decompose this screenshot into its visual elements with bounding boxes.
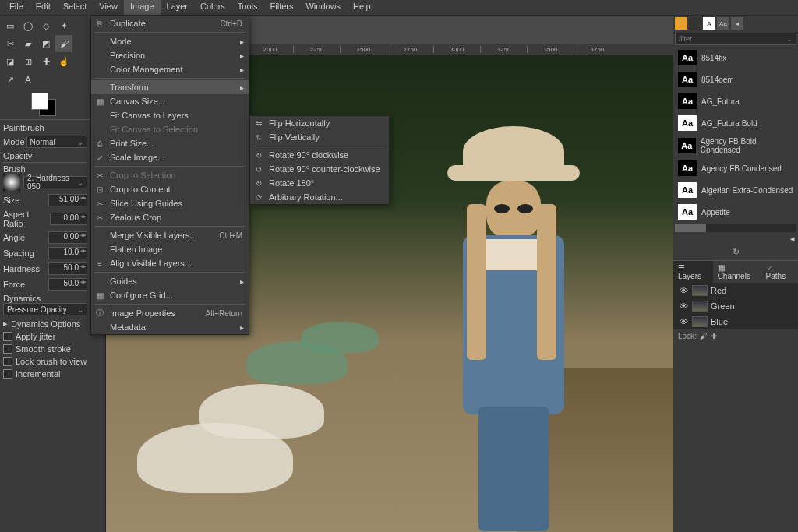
visibility-icon[interactable]: 👁 (678, 286, 689, 295)
menu-item-transform[interactable]: Transform (91, 80, 249, 94)
submenu-item-flip-vertically[interactable]: ⇅Flip Vertically (250, 130, 389, 144)
font-scrollbar[interactable] (675, 224, 796, 232)
menu-item-zealous-crop[interactable]: ✂Zealous Crop (91, 210, 249, 224)
refresh-icon[interactable]: ↻ (733, 247, 740, 256)
lock-alpha-icon[interactable]: ✚ (711, 332, 717, 340)
font-filter-input[interactable]: filter⌄ (675, 33, 796, 45)
tab-layers[interactable]: ☰ Layers (673, 261, 713, 283)
menu-item-slice-using-guides[interactable]: ✂Slice Using Guides (91, 196, 249, 210)
menu-select[interactable]: Select (57, 0, 94, 15)
brush-combo[interactable]: 2. Hardness 050 (23, 176, 87, 188)
font-item-agency-fb-condensed[interactable]: AaAgency FB Condensed (673, 157, 798, 179)
font-tab-3[interactable]: A (703, 17, 715, 30)
jitter-checkbox[interactable] (3, 332, 12, 341)
dynamics-combo[interactable]: Pressure Opacity (3, 303, 87, 315)
menu-item-mode[interactable]: Mode (91, 34, 249, 48)
fuzzy-select-tool[interactable]: ✦ (55, 17, 72, 34)
gradient-tool[interactable]: ◩ (37, 35, 55, 52)
menu-image[interactable]: Image (124, 0, 161, 15)
menu-item-metadata[interactable]: Metadata (91, 320, 249, 334)
measure-tool[interactable]: ↗ (2, 71, 19, 88)
hardness-spinner[interactable]: 50.0 (48, 262, 87, 275)
rect-select-tool[interactable]: ▭ (2, 17, 19, 34)
layer-red[interactable]: 👁Red (673, 283, 798, 298)
smudge-tool[interactable]: ☝ (55, 53, 72, 70)
lock-row: Lock: 🖌 ✚ (673, 329, 798, 343)
submenu-item-rotate-90-clockwise[interactable]: ↻Rotate 90° clockwise (250, 148, 389, 162)
font-tab-4[interactable]: Aa (717, 17, 729, 30)
menu-item-precision[interactable]: Precision (91, 48, 249, 62)
clone-tool[interactable]: ⊞ (19, 53, 37, 70)
font-item-agency-fb-bold-condensed[interactable]: AaAgency FB Bold Condensed (673, 134, 798, 157)
font-tab-2[interactable] (689, 17, 701, 30)
scissors-tool[interactable]: ✂ (2, 35, 19, 52)
font-item-8514oem[interactable]: Aa8514oem (673, 69, 798, 90)
aspect-spinner[interactable]: 0.00 (50, 213, 87, 225)
paintbrush-tool[interactable]: 🖌 (55, 35, 72, 52)
menu-item-fit-canvas-to-selection: Fit Canvas to Selection (91, 122, 249, 136)
menu-edit[interactable]: Edit (30, 0, 57, 15)
menu-windows[interactable]: Windows (299, 0, 347, 15)
menu-item-flatten-image[interactable]: Flatten Image (91, 242, 249, 256)
menu-item-print-size-[interactable]: ⎙Print Size... (91, 136, 249, 150)
size-spinner[interactable]: 51.00 (48, 194, 87, 206)
layer-green[interactable]: 👁Green (673, 298, 798, 314)
menu-view[interactable]: View (93, 0, 124, 15)
menu-file[interactable]: File (3, 0, 30, 15)
menu-item-fit-canvas-to-layers[interactable]: Fit Canvas to Layers (91, 108, 249, 122)
menu-icon[interactable]: ◂ (790, 234, 795, 243)
font-item-8514fix[interactable]: Aa8514fix (673, 47, 798, 69)
lock-paint-icon[interactable]: 🖌 (700, 332, 708, 340)
submenu-item-rotate-180-[interactable]: ↻Rotate 180° (250, 176, 389, 190)
lock-brush-checkbox[interactable] (3, 357, 12, 366)
menu-item-canvas-size-[interactable]: ▦Canvas Size... (91, 94, 249, 108)
layer-blue[interactable]: 👁Blue (673, 314, 798, 329)
visibility-icon[interactable]: 👁 (678, 301, 689, 311)
font-list: Aa8514fixAa8514oemAaAG_FuturaAaAG_Futura… (673, 47, 798, 223)
menu-filters[interactable]: Filters (264, 0, 300, 15)
menu-item-crop-to-content[interactable]: ⊡Crop to Content (91, 182, 249, 196)
tool-options: Paintbrush Mode Normal Opacity Brush 2. … (0, 119, 90, 382)
bucket-tool[interactable]: ▰ (19, 35, 37, 52)
brush-label: Brush (3, 164, 87, 174)
eraser-tool[interactable]: ◪ (2, 53, 19, 70)
spacing-spinner[interactable]: 10.0 (48, 247, 87, 259)
menu-item-image-properties[interactable]: ⓘImage PropertiesAlt+Return (91, 306, 249, 320)
font-item-appetite[interactable]: AaAppetite (673, 201, 798, 223)
tab-channels[interactable]: ▦ Channels (713, 261, 761, 283)
font-item-ag-futura-bold[interactable]: AaAG_Futura Bold (673, 112, 798, 134)
menu-item-color-management[interactable]: Color Management (91, 62, 249, 76)
brush-thumb[interactable] (3, 174, 20, 191)
arrow-left-icon[interactable]: ◂ (731, 17, 743, 30)
mode-combo[interactable]: Normal (26, 136, 87, 148)
incremental-checkbox[interactable] (3, 369, 12, 379)
font-tab-1[interactable] (675, 17, 687, 30)
menu-item-guides[interactable]: Guides (91, 274, 249, 288)
submenu-item-rotate-90-counter-clockwise[interactable]: ↺Rotate 90° counter-clockwise (250, 162, 389, 176)
menu-item-merge-visible-layers-[interactable]: Merge Visible Layers...Ctrl+M (91, 228, 249, 242)
submenu-item-arbitrary-rotation-[interactable]: ⟳Arbitrary Rotation... (250, 190, 389, 204)
visibility-icon[interactable]: 👁 (678, 317, 689, 326)
menu-layer[interactable]: Layer (161, 0, 195, 15)
menu-item-align-visible-layers-[interactable]: ≡Align Visible Layers... (91, 256, 249, 270)
menu-item-configure-grid-[interactable]: ▦Configure Grid... (91, 288, 249, 302)
menu-item-duplicate[interactable]: ⎘DuplicateCtrl+D (91, 16, 249, 30)
fg-color[interactable] (31, 93, 48, 110)
free-select-tool[interactable]: ◇ (37, 17, 55, 34)
angle-spinner[interactable]: 0.00 (48, 231, 87, 244)
font-item-ag-futura[interactable]: AaAG_Futura (673, 90, 798, 112)
smooth-checkbox[interactable] (3, 344, 12, 354)
tab-paths[interactable]: ⟋ Paths (761, 261, 798, 283)
font-item-algerian-extra-condensed[interactable]: AaAlgerian Extra-Condensed (673, 179, 798, 201)
right-panel: A Aa ◂ filter⌄ Aa8514fixAa8514oemAaAG_Fu… (673, 16, 798, 532)
menu-tools[interactable]: Tools (231, 0, 264, 15)
submenu-item-flip-horizontally[interactable]: ⇋Flip Horizontally (250, 116, 389, 130)
dynamics-options-expand[interactable]: ▸Dynamics Options (3, 317, 87, 330)
menu-help[interactable]: Help (347, 0, 377, 15)
menu-colors[interactable]: Colors (194, 0, 231, 15)
heal-tool[interactable]: ✚ (37, 53, 55, 70)
force-spinner[interactable]: 50.0 (48, 278, 87, 291)
ellipse-select-tool[interactable]: ◯ (19, 17, 37, 34)
menu-item-scale-image-[interactable]: ⤢Scale Image... (91, 150, 249, 164)
text-tool[interactable]: A (19, 71, 37, 88)
